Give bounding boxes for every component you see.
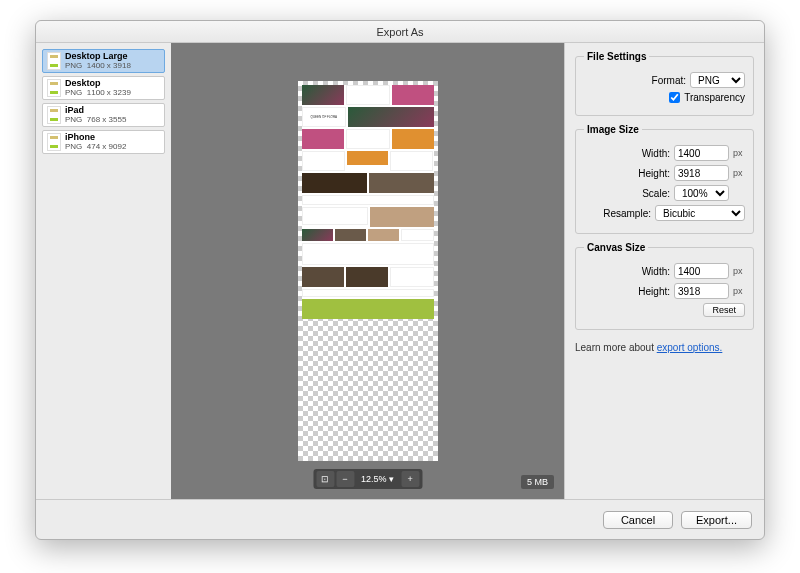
image-size-legend: Image Size <box>584 124 642 135</box>
learn-more-text: Learn more about export options. <box>575 342 754 353</box>
artboard-thumb <box>47 106 61 124</box>
artboard-meta: PNG 768 x 3555 <box>65 116 126 125</box>
artboard-item-desktop-large[interactable]: Desktop Large PNG 1400 x 3918 <box>42 49 165 73</box>
file-settings-group: File Settings Format: PNG Transparency <box>575 51 754 116</box>
reset-button[interactable]: Reset <box>703 303 745 317</box>
preview-pane: QUEEN OF FLORA 5 MB ⊡ − 12.5% ▾ <box>171 43 564 499</box>
canvas-height-input[interactable] <box>674 283 729 299</box>
file-settings-legend: File Settings <box>584 51 649 62</box>
dialog-body: Desktop Large PNG 1400 x 3918 Desktop PN… <box>36 43 764 499</box>
cancel-button[interactable]: Cancel <box>603 511 673 529</box>
image-size-group: Image Size Width: px Height: px Scale: 1… <box>575 124 754 234</box>
artboard-item-iphone[interactable]: iPhone PNG 474 x 9092 <box>42 130 165 154</box>
format-label: Format: <box>652 75 686 86</box>
artboard-meta: PNG 1100 x 3239 <box>65 89 131 98</box>
scale-label: Scale: <box>642 188 670 199</box>
transparency-label: Transparency <box>684 92 745 103</box>
artboard-meta: PNG 1400 x 3918 <box>65 62 131 71</box>
px-unit: px <box>733 286 745 296</box>
zoom-out-button[interactable]: − <box>336 471 354 487</box>
artboard-item-desktop[interactable]: Desktop PNG 1100 x 3239 <box>42 76 165 100</box>
px-unit: px <box>733 266 745 276</box>
canvas-height-label: Height: <box>638 286 670 297</box>
settings-panel: File Settings Format: PNG Transparency I… <box>564 43 764 499</box>
dialog-footer: Cancel Export... <box>36 499 764 539</box>
window-title: Export As <box>36 21 764 43</box>
resample-label: Resample: <box>603 208 651 219</box>
format-select[interactable]: PNG <box>690 72 745 88</box>
image-width-input[interactable] <box>674 145 729 161</box>
artboard-list: Desktop Large PNG 1400 x 3918 Desktop PN… <box>36 43 171 499</box>
resample-select[interactable]: Bicubic <box>655 205 745 221</box>
zoom-fit-button[interactable]: ⊡ <box>316 471 334 487</box>
transparency-checkbox[interactable] <box>669 92 680 103</box>
artboard-item-ipad[interactable]: iPad PNG 768 x 3555 <box>42 103 165 127</box>
artboard-thumb <box>47 79 61 97</box>
px-unit: px <box>733 148 745 158</box>
zoom-in-button[interactable]: + <box>401 471 419 487</box>
artboard-meta: PNG 474 x 9092 <box>65 143 126 152</box>
export-options-link[interactable]: export options. <box>657 342 723 353</box>
artboard-thumb <box>47 52 61 70</box>
canvas-size-legend: Canvas Size <box>584 242 648 253</box>
px-unit: px <box>733 168 745 178</box>
image-height-input[interactable] <box>674 165 729 181</box>
scale-select[interactable]: 100% <box>674 185 729 201</box>
height-label: Height: <box>638 168 670 179</box>
filesize-badge: 5 MB <box>521 475 554 489</box>
preview-canvas: QUEEN OF FLORA <box>298 81 438 461</box>
export-dialog: Export As Desktop Large PNG 1400 x 3918 … <box>35 20 765 540</box>
canvas-width-label: Width: <box>642 266 670 277</box>
zoom-value[interactable]: 12.5% ▾ <box>355 474 400 484</box>
canvas-size-group: Canvas Size Width: px Height: px Reset <box>575 242 754 330</box>
zoom-toolbar: ⊡ − 12.5% ▾ + <box>313 469 422 489</box>
export-button[interactable]: Export... <box>681 511 752 529</box>
width-label: Width: <box>642 148 670 159</box>
artboard-thumb <box>47 133 61 151</box>
canvas-width-input[interactable] <box>674 263 729 279</box>
preview-mockup: QUEEN OF FLORA <box>302 85 434 319</box>
